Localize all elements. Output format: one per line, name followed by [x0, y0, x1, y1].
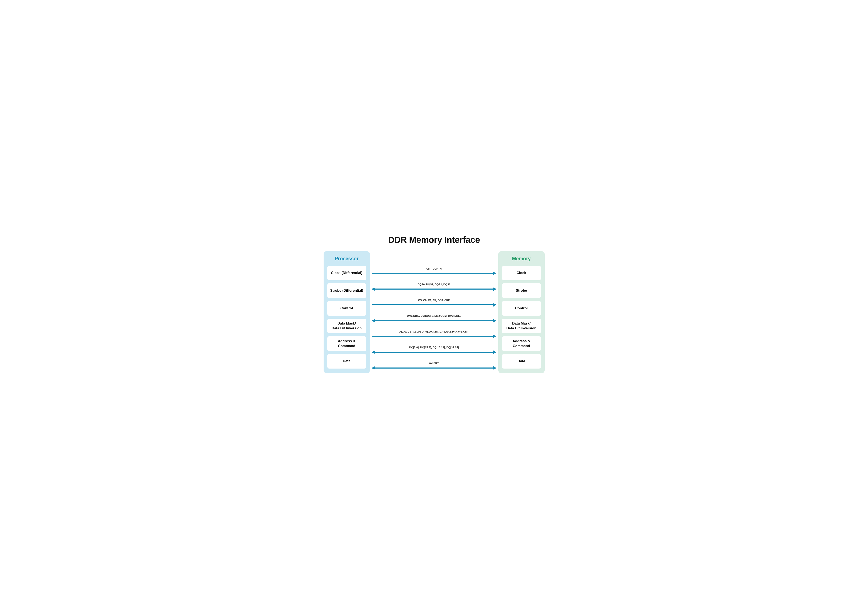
memory-box-4: Address & Command: [502, 336, 541, 351]
main-title: DDR Memory Interface: [324, 235, 545, 245]
memory-box-3: Data Mask/Data Bit Inversion: [502, 319, 541, 333]
arrow-1: [372, 288, 496, 290]
diagram-body: Processor Clock (Differential) Strobe (D…: [324, 251, 545, 374]
arrow-4: [372, 335, 496, 338]
arrow-row-2: CS, C0, C1, C2, ODT, CKE: [372, 295, 496, 310]
arrow-row-1: DQS0, DQS1, DQS2, DQS3: [372, 279, 496, 295]
processor-box-3: Data Mask/Data Bit Inversion: [327, 319, 366, 333]
memory-box-1: Strobe: [502, 283, 541, 298]
signal-label-4: A[17:0], BA[2:0]/BG[:0],/ACT,BC,CAS,RAS,…: [399, 330, 469, 333]
processor-box-0: Clock (Differential): [327, 266, 366, 281]
diagram-container: DDR Memory Interface Processor Clock (Di…: [324, 235, 545, 374]
processor-box-4: Address & Command: [327, 336, 366, 351]
memory-box-5: Data: [502, 354, 541, 369]
processor-box-2: Control: [327, 301, 366, 316]
signal-label-3: DM0/DBI0, DM1/DBI1, DM2/DBI2, DM3/DBI3,: [407, 314, 461, 318]
signal-label-1: DQS0, DQS1, DQS2, DQS3: [417, 283, 451, 286]
signal-label-5: DQ[7:0], DQ[15:8], DQ[16:23], DQ[31:24]: [409, 346, 459, 349]
arrow-row-4: A[17:0], BA[2:0]/BG[:0],/ACT,BC,CAS,RAS,…: [372, 326, 496, 342]
processor-label: Processor: [327, 256, 366, 262]
arrow-row-6: /ALERT: [372, 358, 496, 374]
memory-box-2: Control: [502, 301, 541, 316]
signal-label-0: CK_P, CK_N: [426, 267, 442, 270]
signal-label-6: /ALERT: [429, 361, 439, 365]
arrow-3: [372, 320, 496, 322]
memory-box-0: Clock: [502, 266, 541, 281]
memory-label: Memory: [502, 256, 541, 262]
arrow-2: [372, 304, 496, 306]
processor-box-1: Strobe (Differential): [327, 283, 366, 298]
processor-panel: Processor Clock (Differential) Strobe (D…: [324, 251, 370, 374]
signal-label-2: CS, C0, C1, C2, ODT, CKE: [418, 299, 450, 302]
arrow-6: [372, 367, 496, 369]
arrow-5: [372, 351, 496, 354]
arrow-row-0: CK_P, CK_N: [372, 263, 496, 279]
arrow-0: [372, 272, 496, 275]
arrows-panel: CK_P, CK_N DQS0, DQS1, DQS2, DQS3 CS, C0…: [370, 251, 498, 374]
processor-box-5: Data: [327, 354, 366, 369]
arrow-row-5: DQ[7:0], DQ[15:8], DQ[16:23], DQ[31:24]: [372, 342, 496, 358]
arrow-row-3: DM0/DBI0, DM1/DBI1, DM2/DBI2, DM3/DBI3,: [372, 310, 496, 326]
memory-panel: Memory Clock Strobe Control Data Mask/Da…: [498, 251, 545, 374]
